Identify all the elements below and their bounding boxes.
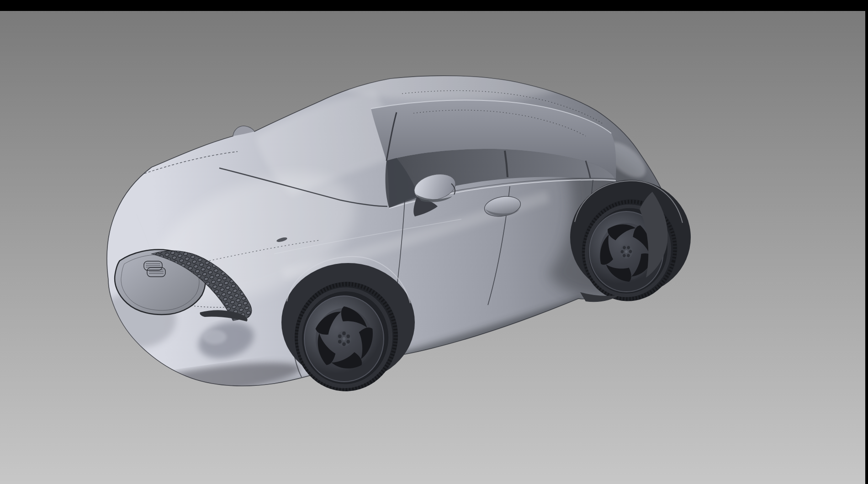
top-letterbox-bar bbox=[0, 0, 868, 11]
cad-app-window bbox=[0, 0, 868, 484]
cad-viewport-screenshot bbox=[0, 0, 868, 484]
right-letterbox-bar bbox=[865, 11, 868, 484]
